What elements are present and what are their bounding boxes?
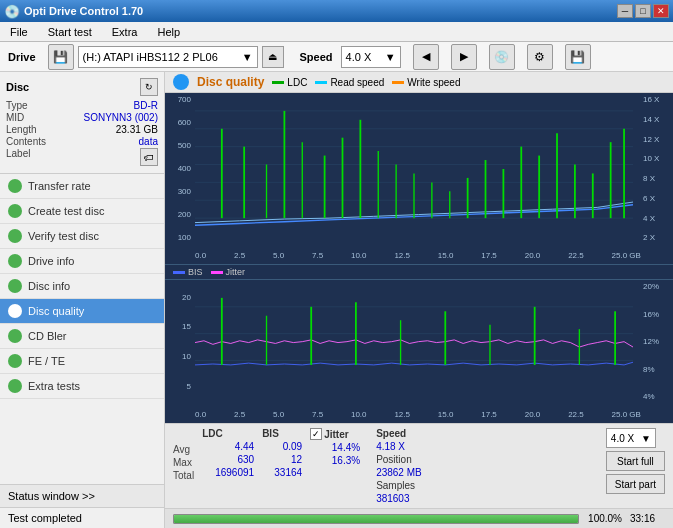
progress-bar-container: 100.0% 33:16 [165, 508, 673, 528]
type-label: Type [6, 100, 28, 111]
drive-bar: Drive 💾 (H:) ATAPI iHBS112 2 PL06 ▼ ⏏ Sp… [0, 42, 673, 72]
sidebar-item-fe-te-label: FE / TE [28, 355, 65, 367]
length-value: 23.31 GB [116, 124, 158, 135]
drive-info-icon [8, 254, 22, 268]
close-button[interactable]: ✕ [653, 4, 669, 18]
progress-bar-inner [174, 515, 578, 523]
mid-value: SONYNN3 (002) [84, 112, 158, 123]
menu-extra[interactable]: Extra [106, 24, 144, 40]
progress-bar-outer [173, 514, 579, 524]
jitter-checkbox[interactable]: ✓ [310, 428, 322, 440]
fe-te-icon [8, 354, 22, 368]
position-label: Position [376, 454, 422, 465]
speed-col-label: Speed [376, 428, 422, 439]
status-window-button[interactable]: Status window >> [0, 485, 164, 508]
jitter-checkbox-row: ✓ Jitter [310, 428, 360, 440]
sidebar-item-cd-bler[interactable]: CD Bler [0, 324, 164, 349]
progress-percent: 100.0% [587, 513, 622, 524]
sidebar-item-transfer-rate[interactable]: Transfer rate [0, 174, 164, 199]
disc-panel: Disc ↻ Type BD-R MID SONYNN3 (002) Lengt… [0, 72, 164, 174]
menu-help[interactable]: Help [151, 24, 186, 40]
status-section: Status window >> Test completed [0, 484, 164, 528]
upper-chart-x-axis: 0.0 2.5 5.0 7.5 10.0 12.5 15.0 17.5 20.0… [195, 246, 641, 264]
menu-file[interactable]: File [4, 24, 34, 40]
speed-label: Speed [300, 51, 333, 63]
ldc-color [272, 81, 284, 84]
charts-container: 700 600 500 400 300 200 100 16 X 14 X 12… [165, 93, 673, 528]
menu-start-test[interactable]: Start test [42, 24, 98, 40]
arrow-right-icon[interactable]: ▶ [451, 44, 477, 70]
stats-labels-col: Avg Max Total [173, 428, 194, 481]
total-label: Total [173, 470, 194, 481]
jitter-col-label: Jitter [324, 429, 348, 440]
legend-jitter: Jitter [211, 267, 246, 277]
upper-chart-y-axis: 700 600 500 400 300 200 100 [165, 93, 193, 244]
lower-chart-y-axis: 20 15 10 5 [165, 280, 193, 403]
disc-quality-header-icon [173, 74, 189, 90]
avg-bis-value: 0.09 [262, 441, 302, 452]
length-label: Length [6, 124, 37, 135]
drive-dropdown[interactable]: (H:) ATAPI iHBS112 2 PL06 ▼ [78, 46, 258, 68]
disc-refresh-button[interactable]: ↻ [140, 78, 158, 96]
samples-label: Samples [376, 480, 422, 491]
stats-jitter-col: ✓ Jitter 14.4% 16.3% [310, 428, 360, 466]
disc-panel-title: Disc [6, 81, 29, 93]
start-part-button[interactable]: Start part [606, 474, 665, 494]
settings-icon[interactable]: ⚙ [527, 44, 553, 70]
upper-chart: 700 600 500 400 300 200 100 16 X 14 X 12… [165, 93, 673, 265]
chart-title: Disc quality [197, 75, 264, 89]
arrow-left-icon[interactable]: ◀ [413, 44, 439, 70]
drive-icon: 💾 [48, 44, 74, 70]
write-speed-color [392, 81, 404, 84]
stats-speed-col: Speed 4.18 X Position 23862 MB Samples 3… [376, 428, 422, 504]
sidebar-item-disc-quality[interactable]: Disc quality [0, 299, 164, 324]
max-bis-value: 12 [262, 454, 302, 465]
start-full-button[interactable]: Start full [606, 451, 665, 471]
sidebar-item-extra-tests[interactable]: Extra tests [0, 374, 164, 399]
contents-label: Contents [6, 136, 46, 147]
upper-chart-svg [195, 93, 633, 236]
drive-label: Drive [8, 51, 36, 63]
speed-select-row: 4.0 X▼ [606, 428, 665, 448]
save-icon[interactable]: 💾 [565, 44, 591, 70]
sidebar-item-cd-bler-label: CD Bler [28, 330, 67, 342]
sidebar-item-drive-info[interactable]: Drive info [0, 249, 164, 274]
sidebar-item-drive-info-label: Drive info [28, 255, 74, 267]
sidebar-item-verify-test-disc[interactable]: Verify test disc [0, 224, 164, 249]
speed-dropdown[interactable]: 4.0 X ▼ [341, 46, 401, 68]
stats-bis-col: BIS 0.09 12 33164 [262, 428, 302, 478]
app-title: Opti Drive Control 1.70 [24, 5, 143, 17]
minimize-button[interactable]: ─ [617, 4, 633, 18]
speed-select-dropdown[interactable]: 4.0 X▼ [606, 428, 656, 448]
type-value: BD-R [134, 100, 158, 111]
stats-bar: Avg Max Total LDC 4.44 630 1696091 BIS 0… [165, 423, 673, 508]
lower-chart-x-axis: 0.0 2.5 5.0 7.5 10.0 12.5 15.0 17.5 20.0… [195, 405, 641, 423]
sidebar-item-disc-info-label: Disc info [28, 280, 70, 292]
lower-chart-legend: BIS Jitter [165, 265, 673, 280]
nav-items: Transfer rate Create test disc Verify te… [0, 174, 164, 399]
verify-test-disc-icon [8, 229, 22, 243]
speed-value: 4.18 X [376, 441, 422, 452]
create-test-disc-icon [8, 204, 22, 218]
avg-ldc-value: 4.44 [202, 441, 254, 452]
drive-eject-button[interactable]: ⏏ [262, 46, 284, 68]
sidebar-item-verify-test-disc-label: Verify test disc [28, 230, 99, 242]
mid-label: MID [6, 112, 24, 123]
right-panel: Disc quality LDC Read speed Write speed [165, 72, 673, 528]
ldc-col-label: LDC [202, 428, 254, 439]
sidebar-item-create-test-disc[interactable]: Create test disc [0, 199, 164, 224]
total-bis-value: 33164 [262, 467, 302, 478]
disc-icon[interactable]: 💿 [489, 44, 515, 70]
max-label: Max [173, 457, 194, 468]
disc-info-icon [8, 279, 22, 293]
sidebar-item-fe-te[interactable]: FE / TE [0, 349, 164, 374]
app-icon: 💿 [4, 4, 20, 19]
cd-bler-icon [8, 329, 22, 343]
legend-ldc: LDC [272, 77, 307, 88]
disc-label-label: Label [6, 148, 30, 166]
maximize-button[interactable]: □ [635, 4, 651, 18]
legend-write-speed: Write speed [392, 77, 460, 88]
sidebar-item-disc-info[interactable]: Disc info [0, 274, 164, 299]
legend-read-speed: Read speed [315, 77, 384, 88]
disc-label-button[interactable]: 🏷 [140, 148, 158, 166]
